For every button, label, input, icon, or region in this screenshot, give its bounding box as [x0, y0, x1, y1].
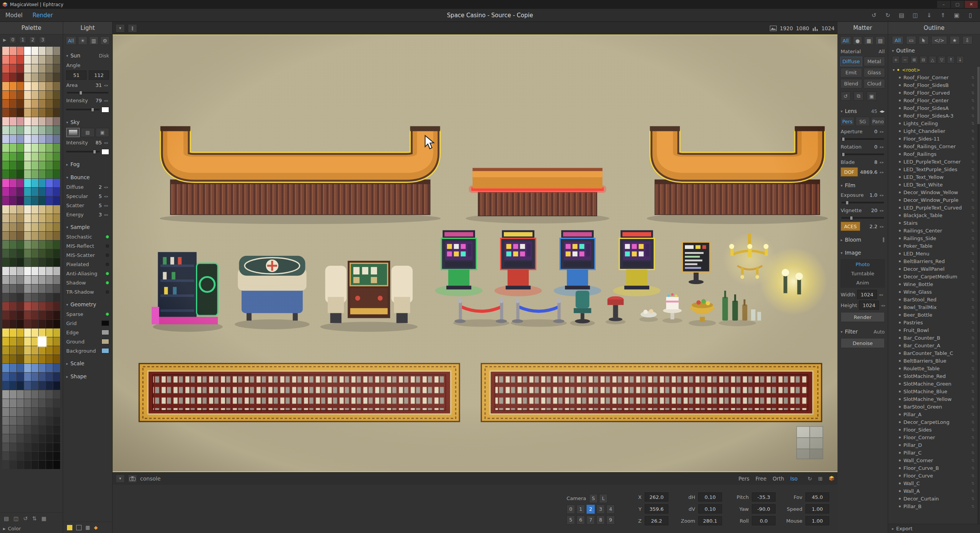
palette-swatch[interactable] — [31, 188, 38, 196]
import-icon[interactable]: ⇓ — [925, 12, 933, 19]
palette-swatch[interactable] — [24, 346, 31, 355]
palette-swatch[interactable] — [31, 152, 38, 161]
vignette-value[interactable]: 20 — [871, 208, 877, 213]
palette-swatch[interactable] — [39, 188, 46, 196]
palette-swatch[interactable] — [46, 346, 53, 355]
sample-toggle-row[interactable]: TR-Shadow — [63, 287, 112, 296]
stepper-icon[interactable]: ◂▸ — [104, 98, 109, 103]
palette-swatch[interactable] — [2, 337, 9, 346]
outline-item[interactable]: LED_Text_White ⇅ — [888, 181, 980, 188]
palette-swatch[interactable] — [17, 390, 24, 399]
outline-item[interactable]: Decor_WallPanel ⇅ — [888, 265, 980, 273]
reorder-icon[interactable]: ⇅ — [972, 443, 975, 447]
lens-section[interactable]: ▾ Lens 45 ◂▸ — [838, 106, 888, 116]
palette-swatch[interactable] — [46, 443, 53, 451]
sky-image-mode[interactable]: ▣ — [96, 128, 109, 137]
palette-swatch[interactable] — [46, 232, 53, 240]
palette-swatch[interactable] — [39, 425, 46, 434]
sample-size-value[interactable]: 1024 — [822, 25, 835, 31]
palette-swatch[interactable] — [39, 267, 46, 275]
camera-y-field[interactable]: 359.6 — [645, 504, 668, 513]
palette-swatch[interactable] — [39, 284, 46, 293]
outline-item[interactable]: SlotMachine_Blue ⇅ — [888, 387, 980, 395]
palette-swatch[interactable] — [17, 346, 24, 355]
reorder-icon[interactable]: ⇅ — [972, 305, 975, 309]
camera-mode[interactable]: Pers — [738, 476, 750, 482]
outline-item[interactable]: Wine_Bottle ⇅ — [888, 280, 980, 288]
scale-section[interactable]: ▸Scale — [63, 358, 112, 368]
camera-z-field[interactable]: 26.2 — [645, 516, 668, 525]
stepper-icon[interactable]: ◂▸ — [879, 224, 885, 229]
palette-swatch[interactable] — [24, 135, 31, 143]
palette-swatch[interactable] — [24, 399, 31, 407]
reorder-icon[interactable]: ⇅ — [972, 267, 975, 271]
palette-swatch[interactable] — [2, 320, 9, 328]
palette-swatch[interactable] — [39, 214, 46, 222]
palette-swatch[interactable] — [2, 276, 9, 284]
palette-swatch[interactable] — [24, 337, 31, 346]
palette-swatch[interactable] — [53, 214, 60, 222]
palette-swatch[interactable] — [46, 170, 53, 178]
reorder-icon[interactable]: ⇅ — [972, 397, 975, 401]
palette-swatch[interactable] — [2, 399, 9, 407]
palette-swatch[interactable] — [17, 223, 24, 231]
palette-swatch[interactable] — [53, 373, 60, 381]
outline-item[interactable]: Wall_A ⇅ — [888, 487, 980, 495]
palette-swatch[interactable] — [24, 240, 31, 249]
reorder-icon[interactable]: ⇅ — [972, 121, 975, 126]
ungroup-icon[interactable]: ⊟ — [920, 56, 927, 64]
outline-item[interactable]: Fruit_Bowl ⇅ — [888, 326, 980, 334]
palette-swatch[interactable] — [10, 56, 16, 64]
palette-swatch[interactable] — [39, 320, 46, 328]
palette-swatch[interactable] — [10, 443, 16, 451]
camera-mode[interactable]: Iso — [790, 476, 797, 482]
sample-toggle-row[interactable]: Shadow — [63, 278, 112, 287]
aperture-value[interactable]: 0 — [874, 129, 877, 134]
bounce-section[interactable]: ▾ Bounce — [63, 172, 112, 182]
palette-swatch[interactable] — [46, 179, 53, 187]
palette-swatch[interactable] — [39, 434, 46, 443]
palette-swatch[interactable] — [46, 293, 53, 302]
palette-swatch[interactable] — [2, 144, 9, 152]
outline-item[interactable]: Pillar_B ⇅ — [888, 502, 980, 510]
camera-icon[interactable] — [128, 474, 137, 483]
aces-gamma-value[interactable]: 2.2 — [869, 224, 877, 229]
viewport-menu-dropdown[interactable]: ▾ — [116, 24, 125, 33]
palette-swatch[interactable] — [31, 161, 38, 170]
camera-pitch-field[interactable]: -35.3 — [752, 492, 776, 502]
palette-swatch[interactable] — [46, 355, 53, 363]
outline-root-item[interactable]: ▾ <root> — [888, 66, 980, 74]
grid-icon[interactable]: ▦ — [85, 525, 90, 530]
stepper-icon[interactable]: ◂▸ — [881, 303, 886, 307]
palette-swatch[interactable] — [17, 161, 24, 170]
palette-swatch[interactable] — [10, 214, 16, 222]
reset-icon[interactable]: ↺ — [841, 92, 851, 101]
reorder-icon[interactable]: ⇅ — [972, 366, 975, 371]
outline-item[interactable]: Pillar_C ⇅ — [888, 449, 980, 456]
palette-swatch[interactable] — [53, 293, 60, 302]
palette-swatch[interactable] — [10, 126, 16, 134]
palette-swatch[interactable] — [17, 249, 24, 258]
outline-item[interactable]: Railings_Side ⇅ — [888, 234, 980, 242]
palette-swatch[interactable] — [39, 408, 46, 416]
film-section[interactable]: ▾ Film — [838, 180, 888, 190]
paste-icon[interactable]: ▣ — [867, 92, 877, 101]
palette-swatch[interactable] — [46, 329, 53, 337]
palette-swatch[interactable] — [53, 311, 60, 319]
reorder-icon[interactable]: ⇅ — [972, 98, 975, 103]
palette-swatch[interactable] — [39, 117, 46, 126]
palette-swatch[interactable] — [10, 293, 16, 302]
color-section[interactable]: ▸ Color — [0, 524, 63, 533]
palette-swatch[interactable] — [24, 452, 31, 460]
palette-swatch[interactable] — [31, 64, 38, 73]
material-type-button[interactable]: Diffuse — [840, 57, 862, 66]
outline-item[interactable]: SlotMachine_Green ⇅ — [888, 380, 980, 387]
palette-swatch[interactable] — [24, 188, 31, 196]
palette-swatch[interactable] — [2, 56, 9, 64]
reorder-icon[interactable]: ⇅ — [972, 290, 975, 294]
image-height-field[interactable]: 1024 — [859, 301, 879, 310]
palette-swatch[interactable] — [46, 373, 53, 381]
reorder-icon[interactable]: ⇅ — [972, 504, 975, 508]
palette-swatch[interactable] — [24, 205, 31, 214]
stepper-icon[interactable]: ◂▸ — [104, 141, 109, 145]
